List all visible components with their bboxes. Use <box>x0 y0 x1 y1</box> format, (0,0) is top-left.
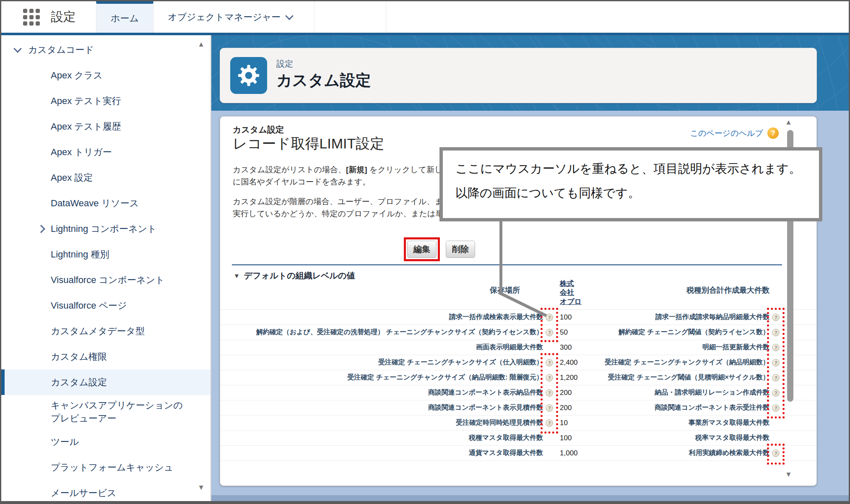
sidebar-item-label: Lightning コンポーネント <box>51 223 157 235</box>
sidebar-item[interactable]: カスタムコード <box>1 37 211 62</box>
row-value: 100 <box>556 313 602 322</box>
info-icon[interactable]: ? <box>546 374 553 382</box>
row-left-label: 受注確定 チェーニングチャンクサイズ（仕入明細数） <box>233 358 543 367</box>
edit-button[interactable]: 編集 <box>407 241 437 258</box>
description-paragraph-2: カスタム設定が階層の場合、ユーザー、プロファイル、また 実行しているかどうか、特… <box>233 195 452 220</box>
row-value: 200 <box>556 404 602 412</box>
sidebar-scroll-down-icon[interactable]: ▼ <box>198 483 205 492</box>
sidebar-item[interactable]: Visualforce ページ <box>1 293 211 318</box>
app-window: 設定 ホーム オブジェクトマネージャー カスタムコードApex クラスApex … <box>0 0 850 504</box>
help-question-icon[interactable]: ? <box>767 127 779 139</box>
row-value: 1,000 <box>556 449 602 457</box>
info-icon[interactable]: ? <box>772 314 780 321</box>
sidebar-item[interactable]: DataWeave リソース <box>1 190 211 216</box>
sidebar-item[interactable]: Apex トリガー <box>1 139 211 165</box>
help-link[interactable]: このページのヘルプ <box>690 128 763 139</box>
row-right-label: 納品・請求明細リレーション作成件数 <box>602 388 769 397</box>
delete-button[interactable]: 削除 <box>446 241 475 258</box>
sidebar-item[interactable]: Apex テスト履歴 <box>1 114 211 139</box>
table-row: 通貨マスタ取得最大件数1,000利用実績締め検索最大件数? <box>220 446 816 461</box>
row-value: 2,400 <box>556 359 602 367</box>
row-right-label: 解約確定 チェーニング閾値（契約ライセンス数） <box>602 328 769 337</box>
app-launcher-icon[interactable] <box>23 9 40 26</box>
tab-object-manager-label: オブジェクトマネージャー <box>168 11 281 23</box>
sidebar-item[interactable]: カスタムメタデータ型 <box>1 318 211 344</box>
setup-topbar: 設定 ホーム オブジェクトマネージャー <box>1 1 849 33</box>
sidebar-item-label: カスタムコード <box>28 44 94 56</box>
sidebar-item[interactable]: Lightning 種別 <box>1 242 211 267</box>
sidebar-item[interactable]: カスタム権限 <box>1 344 211 369</box>
info-icon-cell: ? <box>543 389 556 397</box>
action-buttons: 編集 削除 <box>404 237 475 261</box>
sidebar-item[interactable]: ツール <box>1 429 211 455</box>
sidebar-item[interactable]: メールサービス <box>1 481 211 501</box>
sidebar-item[interactable]: カスタム設定 <box>1 369 211 395</box>
sidebar-item-label: プラットフォームキャッシュ <box>51 461 173 474</box>
info-icon-cell: ? <box>769 404 782 412</box>
sidebar-item[interactable]: プラットフォームキャッシュ <box>1 455 211 481</box>
info-icon[interactable]: ? <box>772 359 780 366</box>
row-left-label: 受注確定 チェーニングチャンクサイズ（納品明細数: 階層復元） <box>233 373 543 382</box>
info-icon[interactable]: ? <box>546 419 553 427</box>
info-icon-cell: ? <box>543 404 556 412</box>
chevron-right-icon <box>37 225 45 233</box>
info-icon[interactable]: ? <box>546 359 553 366</box>
row-right-label: 利用実績締め検索最大件数 <box>602 449 769 457</box>
info-icon[interactable]: ? <box>546 404 553 412</box>
card-scroll-up-icon[interactable]: ▲ <box>785 118 792 127</box>
annotation-callout-box: ここにマウスカーソルを重ねると、項目説明が表示されます。 以降の画面についても同… <box>439 147 822 221</box>
org-link[interactable]: 株式 会社 オプロ <box>556 279 602 306</box>
info-icon-cell: ? <box>543 419 556 427</box>
row-value: 1,200 <box>556 374 602 382</box>
info-icon[interactable]: ? <box>546 389 553 397</box>
info-icon[interactable]: ? <box>772 329 780 336</box>
setup-sidebar: カスタムコードApex クラスApex テスト実行Apex テスト履歴Apex … <box>1 35 211 501</box>
sidebar-item-label: Visualforce ページ <box>51 299 127 312</box>
row-value: 100 <box>556 434 602 442</box>
column-header-right: 税種別合計作成最大件数 <box>602 279 769 306</box>
sidebar-item-label: Lightning 種別 <box>51 248 109 261</box>
card-scroll-down-icon[interactable]: ▼ <box>785 470 792 479</box>
info-icon-cell: ? <box>769 449 782 457</box>
annotation-line-2: 以降の画面についても同様です。 <box>455 185 819 202</box>
tab-home[interactable]: ホーム <box>96 1 153 33</box>
table-row: 請求一括作成検索表示最大件数?100請求一括作成請求毎納品明細最大件数? <box>220 310 816 325</box>
sidebar-item[interactable]: Visualforce コンポーネント <box>1 267 211 293</box>
info-icon[interactable]: ? <box>772 449 780 457</box>
description-paragraph-1: カスタム設定がリストの場合、[新規] をクリックして新し に国名やダイヤルコード… <box>233 164 443 188</box>
sidebar-item[interactable]: Apex テスト実行 <box>1 88 211 114</box>
row-right-label: 商談関連コンポーネント表示受注件数 <box>602 403 769 412</box>
content-section-label: カスタム設定 <box>233 124 284 135</box>
info-icon[interactable]: ? <box>772 389 780 397</box>
sidebar-item-label: Apex 設定 <box>51 171 93 184</box>
gear-icon <box>230 57 267 94</box>
chevron-down-icon <box>285 12 294 20</box>
row-right-label: 明細一括更新最大件数 <box>602 343 769 352</box>
info-icon-cell: ? <box>769 314 782 321</box>
table-row: 商談関連コンポーネント表示納品件数?200納品・請求明細リレーション作成件数? <box>220 385 816 400</box>
sidebar-item[interactable]: Apex クラス <box>1 62 211 88</box>
info-icon[interactable]: ? <box>546 329 553 336</box>
row-value: 50 <box>556 328 602 337</box>
tab-object-manager[interactable]: オブジェクトマネージャー <box>153 1 315 33</box>
sidebar-item-label: Visualforce コンポーネント <box>51 274 165 286</box>
sidebar-scroll-up-icon[interactable]: ▲ <box>198 40 205 49</box>
table-row: 受注確定時同時処理見積件数?10事業所マスタ取得最大件数 <box>220 416 816 431</box>
sidebar-item[interactable]: キャンバスアプリケーションのプレビューアー <box>1 395 211 429</box>
sidebar-item[interactable]: Lightning コンポーネント <box>1 216 211 242</box>
sidebar-item[interactable]: Apex 設定 <box>1 165 211 190</box>
row-right-label: 受注確定 チェーニングチャンクサイズ（納品明細数） <box>602 358 769 367</box>
help-area: このページのヘルプ ? <box>639 127 779 139</box>
info-icon[interactable]: ? <box>772 374 780 382</box>
sidebar-item-label: ツール <box>51 436 79 448</box>
info-icon[interactable]: ? <box>772 404 780 412</box>
table-row: 画面表示明細最大件数300明細一括更新最大件数? <box>220 340 816 355</box>
row-right-label: 請求一括作成請求毎納品明細最大件数 <box>602 313 769 322</box>
row-left-label: 請求一括作成検索表示最大件数 <box>233 313 543 322</box>
tab-home-label: ホーム <box>111 12 139 25</box>
table-row: 受注確定 チェーニングチャンクサイズ（納品明細数: 階層復元）?1,200受注確… <box>220 370 816 385</box>
info-icon[interactable]: ? <box>772 344 780 351</box>
setup-app-label: 設定 <box>51 8 76 26</box>
sidebar-item-label: キャンバスアプリケーションのプレビューアー <box>51 399 185 425</box>
main-region: 設定 カスタム設定 カスタム設定 レコード取得LIMIT設定 このページのヘルプ… <box>211 35 849 501</box>
